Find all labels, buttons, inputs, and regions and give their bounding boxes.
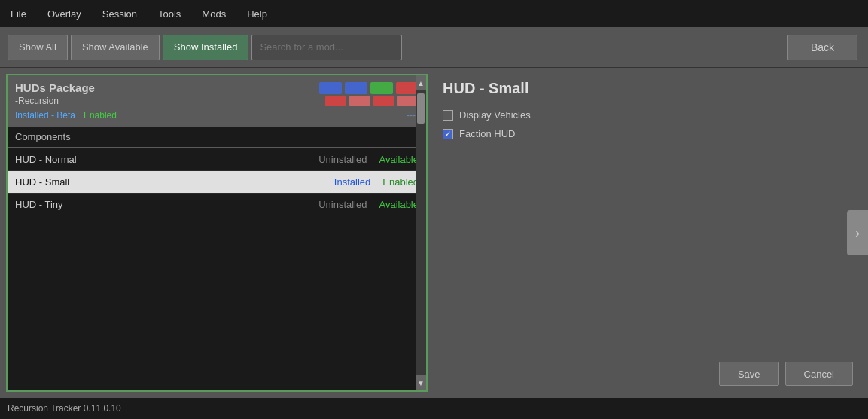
scroll-down-button[interactable]: ▼ [416, 375, 426, 390]
package-subtitle: -Recursion [15, 96, 59, 106]
status-bar: Recursion Tracker 0.11.0.10 [0, 398, 868, 419]
search-input[interactable] [251, 35, 402, 60]
display-vehicles-checkbox[interactable] [443, 110, 453, 121]
left-panel: HUDs Package -Recursion [6, 74, 428, 392]
package-subtitle-row: -Recursion [15, 96, 419, 106]
menu-mods[interactable]: Mods [197, 5, 230, 23]
expand-arrow[interactable]: › [847, 210, 868, 255]
cancel-button[interactable]: Cancel [785, 362, 853, 386]
comp-name-0: HUD - Normal [15, 154, 318, 165]
package-header: HUDs Package -Recursion [8, 75, 426, 124]
comp-avail-1: Enabled [382, 176, 419, 188]
faction-hud-label: Faction HUD [459, 128, 515, 139]
package-status-row: Installed - Beta Enabled ---- [15, 109, 419, 121]
sub-btn-3[interactable] [373, 96, 394, 106]
back-button[interactable]: Back [787, 35, 857, 60]
component-row-0[interactable]: HUD - Normal Uninstalled Available [8, 148, 426, 171]
menu-file[interactable]: File [6, 5, 31, 23]
show-all-button[interactable]: Show All [8, 35, 68, 60]
comp-avail-2: Available [379, 199, 419, 210]
scroll-thumb [417, 93, 425, 124]
comp-right-1: Installed Enabled [334, 176, 419, 188]
sub-btn-1[interactable] [325, 96, 346, 106]
pkg-btn-blue-2[interactable] [345, 82, 367, 94]
save-button[interactable]: Save [719, 362, 779, 386]
package-title: HUDs Package [15, 81, 95, 94]
package-title-row: HUDs Package [15, 81, 419, 94]
menu-tools[interactable]: Tools [154, 5, 185, 23]
comp-status-2: Uninstalled [318, 199, 367, 210]
checkbox-row-1: Faction HUD [443, 128, 853, 139]
comp-status-0: Uninstalled [318, 154, 367, 165]
right-buttons: Save Cancel [719, 362, 853, 386]
comp-name-1: HUD - Small [15, 176, 334, 188]
pkg-btn-blue-1[interactable] [319, 82, 342, 94]
menu-help[interactable]: Help [242, 5, 272, 23]
sub-buttons [325, 96, 419, 106]
hud-title: HUD - Small [443, 80, 853, 97]
show-available-button[interactable]: Show Available [71, 35, 160, 60]
sub-btn-2[interactable] [349, 96, 370, 106]
checkbox-row-0: Display Vehicles [443, 109, 853, 121]
pkg-btn-green[interactable] [370, 82, 393, 94]
toolbar: Show All Show Available Show Installed B… [0, 27, 868, 68]
menu-overlay[interactable]: Overlay [43, 5, 86, 23]
component-row-1[interactable]: HUD - Small Installed Enabled [8, 171, 426, 194]
component-row-2[interactable]: HUD - Tiny Uninstalled Available [8, 194, 426, 216]
right-panel: HUD - Small Display Vehicles Faction HUD… [428, 68, 868, 398]
menu-session[interactable]: Session [98, 5, 142, 23]
faction-hud-checkbox[interactable] [443, 129, 453, 139]
comp-avail-0: Available [379, 154, 419, 165]
status-installed: Installed - Beta [15, 110, 75, 121]
scroll-up-button[interactable]: ▲ [416, 75, 426, 90]
components-header: Components [8, 127, 426, 148]
status-enabled: Enabled [84, 110, 117, 121]
main-area: HUDs Package -Recursion [0, 68, 868, 398]
comp-right-0: Uninstalled Available [318, 154, 419, 165]
comp-status-1: Installed [334, 176, 370, 188]
display-vehicles-label: Display Vehicles [459, 109, 531, 121]
show-installed-button[interactable]: Show Installed [163, 35, 249, 60]
component-list: HUD - Normal Uninstalled Available HUD -… [8, 148, 426, 390]
left-scrollbar: ▲ ▼ [416, 75, 426, 390]
comp-name-2: HUD - Tiny [15, 199, 318, 210]
status-text: Recursion Tracker 0.11.0.10 [8, 403, 121, 414]
components-section: Components HUD - Normal Uninstalled Avai… [8, 127, 426, 390]
package-buttons [319, 82, 419, 94]
menu-bar: File Overlay Session Tools Mods Help [0, 0, 868, 27]
comp-right-2: Uninstalled Available [318, 199, 419, 210]
